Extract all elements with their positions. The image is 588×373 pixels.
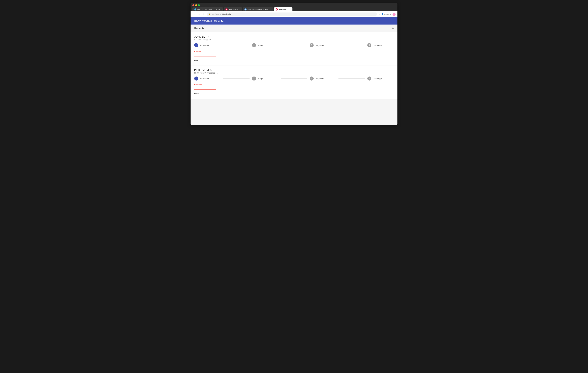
star-icon[interactable]: ☆ bbox=[378, 13, 380, 15]
step-line-1c bbox=[338, 45, 365, 45]
patient-name-peter-jones: PETER JONES bbox=[194, 69, 394, 71]
step-discharge-1: 4 Discharge bbox=[367, 43, 394, 47]
step-number-discharge-2: 4 bbox=[369, 77, 370, 80]
step-diagnosis-2: 3 Diagnosis bbox=[310, 77, 336, 81]
forward-button[interactable]: → bbox=[197, 12, 201, 16]
tab-his2[interactable]: A HisFrontend × bbox=[274, 7, 293, 11]
step-number-triage-2: 2 bbox=[253, 77, 254, 80]
globe-tab-icon: ⊕ bbox=[244, 8, 247, 10]
traffic-lights bbox=[192, 4, 200, 6]
step-number-admission-1: 1 bbox=[196, 44, 197, 46]
tab-his2-label: HisFrontend bbox=[279, 9, 288, 10]
incognito-badge: 👤 Incognito bbox=[382, 13, 391, 15]
telegram-tab-icon: T bbox=[194, 8, 196, 10]
step-admission-1: 1 Admission bbox=[194, 43, 221, 47]
url-bar[interactable]: 🔒 localhost:4200/patients bbox=[207, 12, 377, 16]
reason-label-2: Reason * bbox=[194, 84, 394, 86]
back-button[interactable]: ← bbox=[192, 12, 196, 16]
step-line-1a bbox=[223, 45, 250, 45]
step-label-admission-2: Admission bbox=[200, 77, 209, 80]
maximize-traffic-light[interactable] bbox=[198, 4, 200, 6]
step-circle-triage-2: 2 bbox=[252, 77, 256, 81]
form-group-reason-2: Reason * bbox=[194, 84, 394, 90]
reason-label-1: Reason * bbox=[194, 50, 394, 52]
tab-his1[interactable]: A HisFrontend × bbox=[224, 7, 242, 11]
step-circle-admission-1: 1 bbox=[194, 43, 198, 47]
tab-telegram-label: telegram-bot-1-xfmc8 · Details bbox=[197, 9, 220, 10]
browser-window: T telegram-bot-1-xfmc8 · Details × A His… bbox=[190, 3, 398, 125]
stepper-john-smith: 1 Admission 2 Triage 3 bbox=[194, 43, 394, 47]
toolbar-right: ☆ 👤 Incognito bbox=[378, 13, 396, 16]
tab-oauth-close[interactable]: × bbox=[273, 8, 273, 10]
stepper-peter-jones: 1 Admission 2 Triage 3 bbox=[194, 77, 394, 81]
step-number-discharge-1: 4 bbox=[369, 44, 370, 46]
step-triage-1: 2 Triage bbox=[252, 43, 278, 47]
step-circle-diagnosis-2: 3 bbox=[310, 77, 314, 81]
patient-card-john-smith: JOHN SMITH 01234567892 @ idle 1 Admissio… bbox=[190, 32, 398, 66]
step-label-discharge-1: Discharge bbox=[373, 44, 382, 46]
tab-oauth-label: https://oauth-openshift.apps.cl... bbox=[248, 9, 272, 10]
patient-meta-john-smith: 01234567892 @ idle bbox=[194, 39, 394, 41]
tab-oauth[interactable]: ⊕ https://oauth-openshift.apps.cl... × bbox=[242, 7, 273, 11]
step-label-triage-1: Triage bbox=[257, 44, 263, 46]
step-number-diagnosis-1: 3 bbox=[311, 44, 312, 46]
page-header: Patients + bbox=[190, 25, 398, 32]
step-number-diagnosis-2: 3 bbox=[311, 77, 312, 80]
step-line-1b bbox=[281, 45, 307, 45]
patients-list: JOHN SMITH 01234567892 @ idle 1 Admissio… bbox=[190, 32, 398, 99]
page-title: Patients bbox=[194, 27, 204, 30]
step-circle-admission-2: 1 bbox=[194, 77, 198, 81]
tab-his1-label: HisFrontend bbox=[229, 9, 238, 10]
app-header-title: Black Mountain Hospital bbox=[194, 19, 224, 22]
step-diagnosis-1: 3 Diagnosis bbox=[310, 43, 336, 47]
address-bar: ← → ↻ 🔒 localhost:4200/patients ☆ 👤 Inco… bbox=[190, 11, 398, 17]
step-label-discharge-2: Discharge bbox=[373, 77, 382, 80]
patient-card-peter-jones: PETER JONES 9876543210W @ admission 1 Ad… bbox=[190, 66, 398, 99]
reload-button[interactable]: ↻ bbox=[202, 12, 205, 16]
step-label-diagnosis-2: Diagnosis bbox=[315, 77, 324, 80]
angular-tab-icon-1: A bbox=[225, 8, 228, 10]
step-number-admission-2: 1 bbox=[196, 77, 197, 80]
angular-tab-icon-2: A bbox=[276, 8, 278, 10]
step-circle-triage-1: 2 bbox=[252, 43, 256, 47]
browser-controls bbox=[192, 4, 396, 6]
reason-input-2[interactable] bbox=[194, 86, 216, 90]
lock-icon: 🔒 bbox=[209, 13, 211, 15]
step-label-triage-2: Triage bbox=[257, 77, 263, 80]
step-label-admission-1: Admission bbox=[200, 44, 209, 46]
step-discharge-2: 4 Discharge bbox=[367, 77, 394, 81]
nav-buttons: ← → ↻ bbox=[192, 12, 205, 16]
next-button-2[interactable]: Next bbox=[194, 92, 199, 96]
new-tab-button[interactable]: + bbox=[293, 9, 297, 11]
step-circle-diagnosis-1: 3 bbox=[310, 43, 314, 47]
step-triage-2: 2 Triage bbox=[252, 77, 278, 81]
add-patient-button[interactable]: + bbox=[392, 27, 394, 30]
step-circle-discharge-2: 4 bbox=[367, 77, 371, 81]
app-header: Black Mountain Hospital bbox=[190, 17, 398, 25]
tab-telegram[interactable]: T telegram-bot-1-xfmc8 · Details × bbox=[192, 7, 223, 11]
close-traffic-light[interactable] bbox=[192, 4, 194, 6]
patient-name-john-smith: JOHN SMITH bbox=[194, 35, 394, 38]
browser-chrome: T telegram-bot-1-xfmc8 · Details × A His… bbox=[190, 3, 398, 11]
url-text: localhost:4200/patients bbox=[212, 13, 231, 15]
next-button-1[interactable]: Next bbox=[194, 58, 199, 62]
incognito-label: Incognito bbox=[384, 13, 391, 15]
tab-his1-close[interactable]: × bbox=[239, 8, 241, 10]
patient-meta-peter-jones: 9876543210W @ admission bbox=[194, 72, 394, 74]
tab-telegram-close[interactable]: × bbox=[221, 8, 223, 10]
step-circle-discharge-1: 4 bbox=[367, 43, 371, 47]
step-label-diagnosis-1: Diagnosis bbox=[315, 44, 324, 46]
minimize-traffic-light[interactable] bbox=[195, 4, 197, 6]
app-content: Black Mountain Hospital Patients + JOHN … bbox=[190, 17, 398, 125]
reason-input-1[interactable] bbox=[194, 53, 216, 56]
form-group-reason-1: Reason * bbox=[194, 50, 394, 56]
step-admission-2: 1 Admission bbox=[194, 77, 221, 81]
user-avatar[interactable] bbox=[392, 13, 396, 16]
incognito-icon: 👤 bbox=[382, 13, 384, 15]
tab-bar: T telegram-bot-1-xfmc8 · Details × A His… bbox=[192, 7, 396, 11]
step-number-triage-1: 2 bbox=[253, 44, 254, 46]
tab-his2-close[interactable]: × bbox=[289, 8, 291, 10]
